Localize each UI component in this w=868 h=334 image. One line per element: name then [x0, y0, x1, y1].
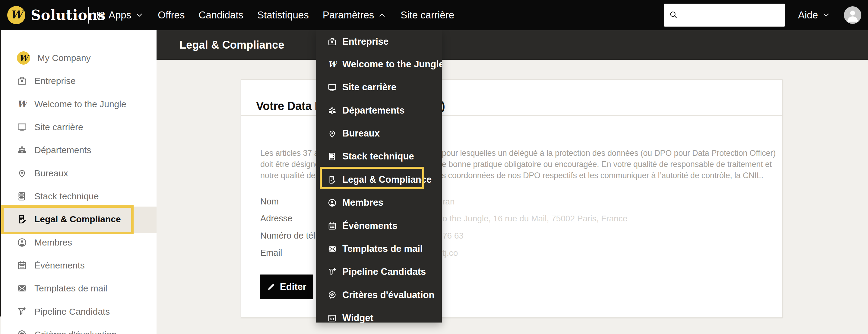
field-value-telephone: 76 63: [442, 231, 464, 241]
main-nav: Apps Offres Candidats Statistiques Param…: [96, 0, 454, 30]
brand-name: Solutions: [31, 7, 105, 23]
menu-item-membres[interactable]: Membres: [316, 191, 442, 214]
people-icon: [17, 145, 27, 155]
star-bubble-icon: [328, 290, 337, 300]
sidebar-item-bureaux[interactable]: Bureaux: [1, 162, 157, 185]
sidebar-item-evenements[interactable]: Évènements: [1, 254, 157, 277]
user-avatar[interactable]: [844, 6, 861, 24]
menu-item-site-carriere[interactable]: Site carrière: [316, 76, 442, 99]
nav-apps[interactable]: Apps: [96, 9, 144, 21]
page-header: Legal & Compliance: [157, 30, 868, 60]
menu-item-departements[interactable]: Départements: [316, 99, 442, 122]
top-navbar: W Solutions Apps Offres Candidats Statis…: [0, 0, 868, 30]
apps-grid-icon: [96, 10, 105, 20]
calendar-icon: [17, 260, 27, 271]
person-circle-icon: [17, 238, 27, 248]
nav-candidats-label: Candidats: [198, 9, 243, 21]
menu-item-widget[interactable]: Widget: [316, 307, 442, 323]
nav-aide[interactable]: Aide: [798, 9, 831, 21]
briefcase-icon: [17, 76, 27, 86]
menu-item-evenements[interactable]: Évènements: [316, 215, 442, 238]
wttj-logo-icon: W: [7, 6, 25, 24]
star-bubble-icon: [17, 330, 27, 334]
stack-icon: [17, 191, 27, 201]
menu-item-stack-technique[interactable]: Stack technique: [316, 145, 442, 168]
menu-item-pipeline-candidats[interactable]: Pipeline Candidats: [316, 260, 442, 283]
chevron-down-icon: [822, 10, 831, 20]
field-label-telephone: Numéro de tél: [260, 231, 315, 241]
stack-icon: [328, 152, 337, 161]
search-box: [664, 4, 785, 27]
paragraph-line2-right: e bonne pratique obligatoire ou encourag…: [442, 160, 772, 169]
sidebar-item-site-carriere[interactable]: Site carrière: [1, 116, 157, 139]
briefcase-icon: [328, 37, 337, 47]
calendar-icon: [328, 221, 337, 231]
field-label-nom: Nom: [260, 197, 279, 206]
paragraph-line3-right: s coordonnées de nos DPO respectifs et l…: [442, 171, 763, 180]
search-input[interactable]: [664, 4, 785, 27]
document-pencil-icon: [328, 175, 337, 185]
sidebar-item-my-company[interactable]: W My Company: [1, 47, 157, 69]
monitor-icon: [17, 122, 27, 132]
sidebar-item-legal-compliance[interactable]: Legal & Compliance: [1, 208, 157, 231]
widget-code-icon: [328, 313, 337, 323]
menu-item-templates-de-mail[interactable]: Templates de mail: [316, 238, 442, 260]
brand-divider: [88, 7, 89, 24]
paragraph-line1-left: Les articles 37 à: [260, 148, 318, 158]
nav-statistiques-label: Statistiques: [257, 9, 309, 21]
sidebar-item-entreprise[interactable]: Entreprise: [1, 69, 157, 92]
paragraph-line1-right: pour lesquelles un délégué à la protecti…: [442, 148, 776, 158]
field-value-email: tj.co: [442, 248, 458, 258]
menu-item-welcome-to-the-jungle[interactable]: W Welcome to the Jungle: [316, 53, 442, 76]
company-badge-icon: W: [17, 51, 30, 65]
paragraph-line3-left: notre qualité de: [260, 171, 315, 180]
svg-text:W: W: [328, 60, 337, 69]
sidebar-item-stack-technique[interactable]: Stack technique: [1, 185, 157, 208]
person-circle-icon: [328, 198, 337, 207]
sidebar-item-welcome-to-the-jungle[interactable]: W Welcome to the Jungle: [1, 93, 157, 116]
sidebar-item-membres[interactable]: Membres: [1, 231, 157, 254]
map-pin-icon: [17, 168, 27, 178]
nav-site-carriere-label: Site carrière: [401, 9, 454, 21]
field-label-email: Email: [260, 248, 282, 258]
nav-statistiques[interactable]: Statistiques: [257, 9, 309, 21]
nav-parametres[interactable]: Paramètres: [323, 9, 387, 21]
field-value-adresse: o the Jungle, 16 rue du Mail, 75002 Pari…: [442, 214, 627, 223]
envelope-icon: [17, 283, 27, 294]
chevron-down-icon: [135, 10, 144, 20]
navbar-right: Aide: [664, 0, 861, 30]
sidebar-item-criteres-evaluation[interactable]: Critères d'évaluation: [1, 323, 157, 334]
field-label-adresse: Adresse: [260, 214, 292, 223]
nav-apps-label: Apps: [108, 9, 131, 21]
nav-offres[interactable]: Offres: [158, 9, 185, 21]
map-pin-icon: [328, 129, 337, 138]
envelope-icon: [328, 244, 337, 254]
nav-offres-label: Offres: [158, 9, 185, 21]
settings-sidebar: W My Company Entreprise W Welcome to the…: [1, 30, 157, 334]
sidebar-item-departements[interactable]: Départements: [1, 139, 157, 162]
person-silhouette-icon: [844, 6, 861, 24]
nav-candidats[interactable]: Candidats: [198, 9, 243, 21]
monitor-icon: [328, 83, 337, 92]
sidebar-item-templates-de-mail[interactable]: Templates de mail: [1, 277, 157, 300]
app-root: W Solutions Apps Offres Candidats Statis…: [0, 0, 868, 334]
sidebar-item-pipeline-candidats[interactable]: Pipeline Candidats: [1, 300, 157, 323]
edit-button[interactable]: Editer: [260, 275, 313, 299]
funnel-plus-icon: [328, 267, 337, 277]
search-icon: [669, 10, 678, 19]
brand-home-link[interactable]: W Solutions: [7, 0, 105, 30]
funnel-plus-icon: [17, 307, 27, 317]
nav-parametres-label: Paramètres: [323, 9, 374, 21]
pencil-icon: [267, 282, 276, 291]
nav-aide-label: Aide: [798, 9, 818, 21]
menu-item-criteres-evaluation[interactable]: Critères d'évaluation: [316, 284, 442, 307]
people-icon: [328, 106, 337, 115]
nav-site-carriere[interactable]: Site carrière: [401, 9, 454, 21]
document-pencil-icon: [17, 214, 27, 224]
field-value-nom: ran: [442, 197, 455, 206]
page-title: Legal & Compliance: [180, 39, 284, 51]
menu-item-bureaux[interactable]: Bureaux: [316, 122, 442, 145]
svg-text:W: W: [17, 99, 27, 109]
menu-item-legal-compliance[interactable]: Legal & Compliance: [316, 168, 442, 191]
menu-item-entreprise[interactable]: Entreprise: [316, 30, 442, 53]
